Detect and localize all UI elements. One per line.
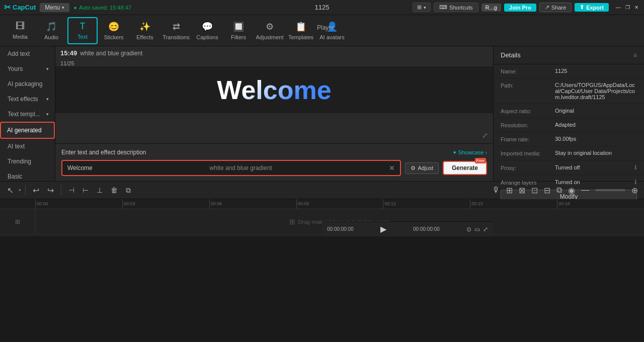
toolbar-item-templates[interactable]: 📋Templates xyxy=(286,17,316,44)
preview-effect-title: white and blue gradient xyxy=(80,50,142,57)
titlebar: ✂ CapCut Menu ▾ Auto saved: 15:48:47 112… xyxy=(0,0,644,15)
detail-row-0: Name:1125 xyxy=(494,64,644,78)
filters-label: Filters xyxy=(231,34,246,40)
toolbar-item-stickers[interactable]: 😊Stickers xyxy=(99,17,129,44)
export-label: Export xyxy=(586,5,604,11)
tl-icon-3[interactable]: ⊟ xyxy=(542,185,552,196)
cursor-chevron-icon[interactable]: ▾ xyxy=(19,188,21,193)
close-button[interactable]: ✕ xyxy=(633,4,640,11)
effects-icon: ✨ xyxy=(139,21,150,32)
templates-icon: 📋 xyxy=(295,21,306,32)
adjust-button[interactable]: ⚙ Adjust xyxy=(405,162,439,174)
text-icon: T xyxy=(80,21,86,32)
detail-value-0: 1125 xyxy=(555,68,637,74)
tl-icon-1[interactable]: ⊠ xyxy=(517,185,527,196)
detail-value-3: Adapted xyxy=(555,122,637,128)
export-button[interactable]: ⬆ Export xyxy=(575,3,609,12)
audio-icon: 🎵 xyxy=(46,21,57,32)
restore-button[interactable]: ❐ xyxy=(624,4,631,11)
menu-button[interactable]: Menu ▾ xyxy=(40,3,69,12)
split-start-button[interactable]: ⊣ xyxy=(65,184,77,196)
share-label: Share xyxy=(551,5,566,11)
generate-label: Generate xyxy=(452,164,478,172)
tl-icon-4[interactable]: ⧉ xyxy=(554,185,564,196)
undo-button[interactable]: ↩ xyxy=(30,184,42,197)
detail-value-5: Stay in original location xyxy=(555,150,637,156)
ruler-mark-5: 00:15 xyxy=(470,199,557,209)
zoom-in-button[interactable]: ⊕ xyxy=(629,185,640,196)
chevron-icon-text_templ: ▾ xyxy=(46,112,49,117)
proxy-info-icon[interactable]: ℹ xyxy=(634,164,637,171)
left-menu-item-text_effects[interactable]: Text effects▾ xyxy=(0,92,55,107)
split-end-button[interactable]: ⊢ xyxy=(79,184,92,196)
tl-icon-2[interactable]: ⊡ xyxy=(529,185,540,196)
left-panel: Add textYours▾AI packagingText effects▾T… xyxy=(0,46,55,181)
showcase-link[interactable]: ✦ Showcase › xyxy=(452,149,487,156)
captions-label: Captions xyxy=(196,34,218,40)
welcome-text-preview: Welcome xyxy=(217,75,331,105)
chevron-icon-yours: ▾ xyxy=(46,66,49,71)
split-mid-button[interactable]: ⊥ xyxy=(94,184,106,196)
monitor-button[interactable]: ⊞ ▾ xyxy=(413,3,431,12)
left-menu-label-ai_text: AI text xyxy=(8,143,25,150)
left-menu-item-trending[interactable]: Trending xyxy=(0,154,55,169)
left-menu-item-add_text[interactable]: Add text xyxy=(0,46,55,61)
toolbar-item-effects[interactable]: ✨Effects xyxy=(130,17,160,44)
toolbar-item-ai_avatars[interactable]: 👤AI avatars xyxy=(317,17,347,44)
join-pro-button[interactable]: Join Pro xyxy=(504,4,536,12)
share-icon: ↗ xyxy=(545,4,549,11)
expand-icon[interactable]: ⤢ xyxy=(482,131,488,139)
toolbar-item-filters[interactable]: 🔲Filters xyxy=(223,17,254,44)
cursor-tool[interactable]: ↖ xyxy=(4,184,17,197)
profile-button[interactable]: R...g xyxy=(481,4,501,12)
left-menu-item-ai_packaging[interactable]: AI packaging xyxy=(0,76,55,92)
toolbar-item-audio[interactable]: 🎵Audio xyxy=(36,17,66,44)
window-controls: — ❐ ✕ xyxy=(615,4,640,11)
toolbar-item-adjustment[interactable]: ⚙Adjustment xyxy=(255,17,285,44)
delete-button[interactable]: 🗑 xyxy=(108,184,121,196)
play-button[interactable]: ▶ xyxy=(380,224,386,234)
player-fullscreen-icon[interactable]: ⤢ xyxy=(483,226,488,233)
left-menu-item-ai_generated[interactable]: AI generated xyxy=(0,122,55,139)
detail-value-1: C:/Users/TOPGUS/AppData/Local/CapCut/Use… xyxy=(555,82,637,100)
proxy-row: Proxy: Turned off ℹ xyxy=(494,160,644,175)
player-record-icon[interactable]: ⊙ xyxy=(466,226,471,233)
share-button[interactable]: ↗ Share xyxy=(539,3,572,12)
templates-label: Templates xyxy=(288,34,313,40)
logo-icon: ✂ xyxy=(4,3,11,12)
zoom-slider[interactable] xyxy=(595,189,625,191)
minimize-button[interactable]: — xyxy=(615,4,622,11)
preview-canvas: Welcome xyxy=(55,66,493,113)
redo-button[interactable]: ↪ xyxy=(44,184,57,197)
left-menu-item-text_templ[interactable]: Text templ...▾ xyxy=(0,107,55,122)
left-menu-item-yours[interactable]: Yours▾ xyxy=(0,61,55,76)
detail-label-4: Frame rate: xyxy=(501,136,551,142)
transitions-icon: ⇄ xyxy=(173,21,180,32)
left-menu-item-basic[interactable]: Basic xyxy=(0,169,55,181)
tl-icon-5[interactable]: ◉ xyxy=(566,185,577,196)
ai_avatars-label: AI avatars xyxy=(319,34,345,40)
player-ratio-icon[interactable]: ▭ xyxy=(474,226,480,233)
shortcuts-label: Shortcuts xyxy=(449,5,472,11)
details-menu-icon[interactable]: ≡ xyxy=(633,52,637,59)
toolbar-item-media[interactable]: 🎞Media xyxy=(5,17,35,44)
gen-clear-button[interactable]: ✕ xyxy=(389,164,395,172)
toolbar-item-text[interactable]: TText xyxy=(67,17,98,44)
toolbar-item-captions[interactable]: 💬Captions xyxy=(192,17,222,44)
left-menu-item-ai_text[interactable]: AI text xyxy=(0,139,55,154)
left-menu-label-text_templ: Text templ... xyxy=(8,111,40,118)
left-menu-label-add_text: Add text xyxy=(8,50,30,57)
magnet-button[interactable]: ⊞ xyxy=(504,185,515,196)
copy-button[interactable]: ⧉ xyxy=(123,184,134,197)
gen-input-box[interactable]: Welcome white and blue gradient ✕ xyxy=(61,160,401,176)
left-menu-label-ai_packaging: AI packaging xyxy=(8,80,42,88)
audio-label: Audio xyxy=(44,34,58,40)
track-icon: ⊞ xyxy=(15,218,20,225)
effects-label: Effects xyxy=(136,34,153,40)
shortcuts-button[interactable]: ⌨ Shortcuts xyxy=(434,3,478,12)
toolbar-item-transitions[interactable]: ⇄Transitions xyxy=(161,17,191,44)
adjustment-icon: ⚙ xyxy=(266,21,274,32)
zoom-out-button[interactable]: — xyxy=(579,185,591,196)
mic-button[interactable]: 🎙 xyxy=(490,185,502,196)
gen-input-row: Welcome white and blue gradient ✕ ⚙ Adju… xyxy=(61,160,487,176)
